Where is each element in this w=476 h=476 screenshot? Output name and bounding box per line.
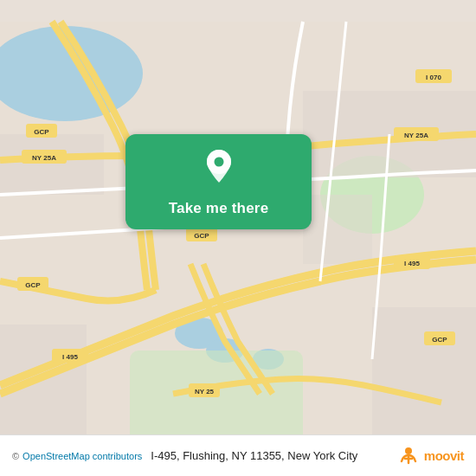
bottom-bar: © OpenStreetMap contributors I-495, Flus…	[0, 434, 476, 476]
svg-rect-7	[0, 134, 104, 195]
svg-rect-11	[303, 195, 372, 264]
svg-text:GCP: GCP	[25, 281, 41, 289]
take-me-there-label: Take me there	[169, 200, 269, 217]
svg-text:I 495: I 495	[404, 260, 420, 267]
take-me-there-button[interactable]: Take me there	[125, 134, 312, 229]
moovit-text: moovit	[424, 448, 464, 463]
location-text: I-495, Flushing, NY 11355, New York City	[151, 449, 357, 462]
moovit-logo: moovit	[396, 444, 464, 468]
svg-text:GCP: GCP	[432, 336, 447, 344]
svg-text:I 070: I 070	[426, 74, 441, 81]
location-pin-icon	[201, 148, 237, 184]
moovit-icon	[396, 444, 421, 468]
osm-link[interactable]: OpenStreetMap contributors	[23, 451, 142, 461]
bottom-left: © OpenStreetMap contributors I-495, Flus…	[12, 449, 357, 462]
svg-text:NY 25A: NY 25A	[32, 154, 56, 162]
svg-text:GCP: GCP	[34, 128, 49, 136]
osm-copyright: ©	[12, 451, 19, 461]
svg-point-35	[214, 158, 223, 167]
map-container: I 495 I 495 NY 25A NY 25A NY 25A GCP GCP…	[0, 0, 476, 476]
svg-text:NY 25: NY 25	[195, 388, 215, 396]
svg-text:NY 25A: NY 25A	[404, 132, 428, 139]
svg-text:GCP: GCP	[194, 232, 209, 240]
svg-text:I 495: I 495	[62, 353, 78, 361]
svg-rect-10	[372, 307, 476, 454]
svg-point-36	[405, 447, 412, 454]
map-svg: I 495 I 495 NY 25A NY 25A NY 25A GCP GCP…	[0, 0, 476, 476]
